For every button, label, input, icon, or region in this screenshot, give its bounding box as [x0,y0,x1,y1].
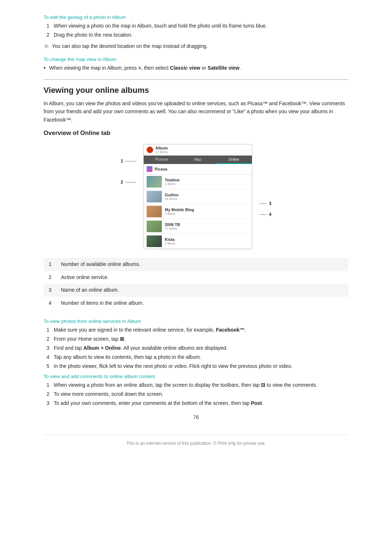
diagram-container: 1 2 Album 12 items [44,144,348,249]
main-section-intro: In Album, you can view the photos and vi… [44,99,348,124]
album-thumb [147,206,162,217]
comments-heading: To view and add comments to online album… [44,374,348,379]
main-online-section: Viewing your online albums In Album, you… [44,79,348,124]
change-map-section: To change the map view in Album • When v… [44,57,348,72]
album-count: 27 items [165,227,249,230]
album-name: Guilino [165,193,249,197]
ref-desc: Number of available online albums. [57,258,348,271]
picasa-icon [147,166,152,172]
overview-section: Overview of Online tab 1 2 [44,130,348,309]
ref-num: 2 [44,271,57,284]
change-map-bullets: • When viewing the map in Album, press ≡… [44,64,348,72]
view-photos-heading: To view photos from online services in A… [44,319,348,324]
page-footer: This is an Internet version of this publ… [44,435,348,446]
step-item: 1 Make sure you are signed in to the rel… [44,326,348,334]
album-count: 3 items [165,212,249,216]
step-item: 1 When viewing a photo from an online al… [44,381,348,389]
album-thumb [147,176,162,188]
edit-geotag-section: To edit the geotag of a photo in Album 1… [44,15,348,52]
service-name: Picasa [155,167,167,171]
album-name: Teatime [165,178,249,182]
comments-steps: 1 When viewing a photo from an online al… [44,381,348,407]
bullet-item: • When viewing the map in Album, press ≡… [44,64,348,72]
step-item: 1 When viewing a photo on the map in Alb… [44,22,348,30]
ref-desc: Active online service. [57,271,348,284]
callout-1-label: 1 [121,158,136,164]
reference-table: 1 Number of available online albums. 2 A… [44,258,348,309]
tab-pictures: Pictures [144,156,180,164]
ref-num: 4 [44,297,57,310]
tip-icon: ✳ [44,42,49,52]
step-item: 2 Drag the photo to the new location. [44,31,348,39]
album-item-5: Kista 2 items [144,234,252,249]
tip-line: ✳ You can also tap the desired location … [44,42,348,52]
page-number: 76 [44,414,348,420]
view-photos-steps: 1 Make sure you are signed in to the rel… [44,326,348,370]
main-section-title: Viewing your online albums [44,79,348,95]
edit-geotag-steps: 1 When viewing a photo on the map in Alb… [44,22,348,39]
album-name: Kista [165,237,249,242]
service-row: Picasa [144,164,252,175]
change-map-heading: To change the map view in Album [44,57,348,62]
step-item: 3 Find and tap Album > Online. All your … [44,344,348,352]
album-item-2: Guilino 14 items [144,189,252,204]
callout-labels-right: 3 4 [260,144,271,217]
album-item-4: 2008 TB 27 items [144,219,252,234]
table-row: 2 Active online service. [44,271,348,284]
ref-desc: Number of items in the online album. [57,297,348,310]
table-row: 3 Name of an online album. [44,284,348,297]
step-item: 3 To add your own comments, enter your c… [44,399,348,407]
phone-diagram: Album 12 items Pictures Map Online Picas… [143,144,252,249]
album-name: 2008 TB [165,222,249,227]
album-app-icon [147,147,153,153]
callout-4-label: 4 [260,211,271,217]
album-thumb [147,221,162,232]
album-item-3: My Mobile Blog 3 items [144,204,252,219]
comments-section: To view and add comments to online album… [44,374,348,407]
step-item: 2 To view more comments, scroll down the… [44,390,348,398]
tab-online: Online [216,156,252,164]
ref-num: 1 [44,258,57,271]
phone-header: Album 12 items [144,144,252,156]
callout-2-label: 2 [121,179,136,185]
ref-num: 3 [44,284,57,297]
step-item: 4 Tap any album to view its contents, th… [44,353,348,361]
album-name: My Mobile Blog [165,208,249,212]
album-thumb [147,191,162,202]
callout-3-label: 3 [260,200,271,206]
step-item: 5 In the photo viewer, flick left to vie… [44,362,348,370]
album-item-1: Teatime 1 items [144,175,252,189]
ref-desc: Name of an online album. [57,284,348,297]
step-item: 2 From your Home screen, tap ⊞. [44,335,348,343]
album-count: 14 items [165,197,249,201]
tab-map: Map [180,156,216,164]
table-row: 4 Number of items in the online album. [44,297,348,310]
view-photos-section: To view photos from online services in A… [44,319,348,370]
album-count: 1 items [165,182,249,186]
phone-app-sub: 12 items [155,150,249,154]
table-row: 1 Number of available online albums. [44,258,348,271]
edit-geotag-heading: To edit the geotag of a photo in Album [44,15,348,20]
album-count: 2 items [165,242,249,245]
album-thumb [147,235,162,247]
overview-title: Overview of Online tab [44,130,348,137]
phone-tabs: Pictures Map Online [144,156,252,164]
callout-labels-left: 1 2 [121,144,136,185]
phone-app-title: Album [155,146,249,150]
